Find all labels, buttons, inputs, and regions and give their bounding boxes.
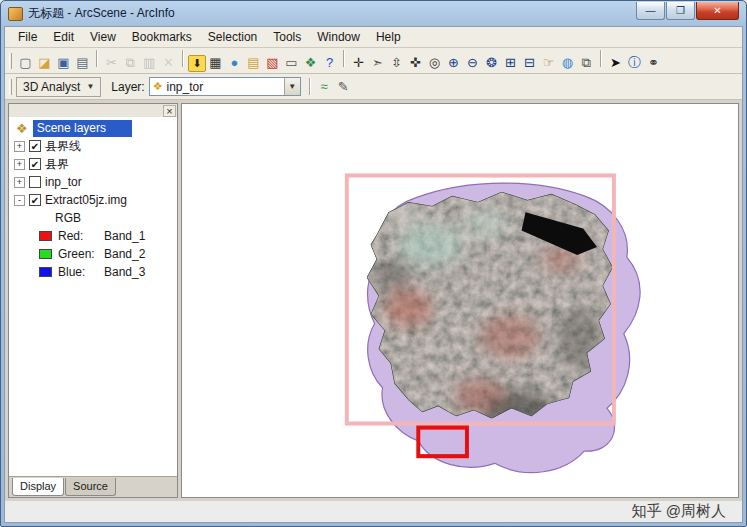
layer-combobox[interactable]: ❖ inp_tor ▼ — [149, 77, 301, 96]
expander-icon[interactable]: + — [14, 177, 25, 188]
toc-tree: ❖ Scene layers +✔县界线+✔县界+inp_tor-✔Extrac… — [9, 117, 177, 476]
zoom-in-out-icon[interactable]: ⇳ — [387, 53, 406, 72]
menu-file[interactable]: File — [11, 28, 44, 46]
main-area: × ❖ Scene layers +✔县界线+✔县界+inp_tor-✔Extr… — [5, 100, 742, 501]
layer-combobox-value: inp_tor — [167, 80, 280, 94]
layer-label[interactable]: 县界线 — [45, 138, 81, 155]
pan-hand-icon[interactable]: ☞ — [539, 53, 558, 72]
band-label: Band_1 — [104, 229, 145, 243]
scene-layers-row[interactable]: ❖ Scene layers — [9, 119, 177, 137]
toolbar-grip[interactable] — [9, 79, 12, 95]
color-swatch — [39, 249, 52, 259]
arctoolbox-icon[interactable]: ▧ — [263, 53, 282, 72]
layer-checkbox[interactable]: ✔ — [29, 194, 41, 206]
menu-bookmarks[interactable]: Bookmarks — [125, 28, 199, 46]
minimize-button[interactable]: — — [636, 2, 665, 20]
zoom-in-icon[interactable]: ⊕ — [444, 53, 463, 72]
layer-label[interactable]: inp_tor — [45, 175, 82, 189]
interpolate-line-icon[interactable]: ✎ — [334, 77, 353, 96]
color-swatch — [39, 231, 52, 241]
chevron-down-icon: ▼ — [86, 82, 94, 91]
zoom-out-icon[interactable]: ⊖ — [463, 53, 482, 72]
close-panel-icon[interactable]: × — [163, 105, 176, 117]
layer-label: Layer: — [111, 80, 144, 94]
create-tin-icon[interactable]: ≈ — [315, 77, 334, 96]
pan-icon[interactable]: ✜ — [406, 53, 425, 72]
navigate-icon[interactable]: ✛ — [349, 53, 368, 72]
toolbar-separator — [96, 50, 98, 67]
scene-layers-icon: ❖ — [16, 121, 28, 136]
channel-label: Red: — [58, 229, 98, 243]
arcmap-icon[interactable]: ● — [225, 53, 244, 72]
scene-properties-icon[interactable]: ▦ — [206, 53, 225, 72]
full-extent-icon[interactable]: ❂ — [482, 53, 501, 72]
3d-analyst-toolbar-icons: ≈✎ — [315, 77, 353, 96]
globe-icon[interactable]: ◍ — [558, 53, 577, 72]
color-swatch — [39, 267, 52, 277]
open-folder-icon[interactable]: ◪ — [35, 53, 54, 72]
window-title: 无标题 - ArcScene - ArcInfo — [28, 5, 631, 22]
layer-row: +inp_tor — [9, 173, 177, 191]
scene-layers-label[interactable]: Scene layers — [33, 120, 132, 137]
legend-channel-row: Blue:Band_3 — [9, 263, 177, 281]
menu-tools[interactable]: Tools — [266, 28, 308, 46]
arcscene-window: 无标题 - ArcScene - ArcInfo — ❐ ✕ FileEditV… — [0, 0, 747, 527]
arccatalog-icon[interactable]: ▤ — [244, 53, 263, 72]
layer-checkbox[interactable] — [29, 176, 41, 188]
center-target-icon[interactable]: ◎ — [425, 53, 444, 72]
menu-help[interactable]: Help — [369, 28, 408, 46]
menu-selection[interactable]: Selection — [201, 28, 264, 46]
layer-label[interactable]: 县界 — [45, 156, 69, 173]
toolbar-grip[interactable] — [9, 53, 12, 69]
delete-icon[interactable]: ✕ — [159, 53, 178, 72]
fixed-zoom-out-icon[interactable]: ⊟ — [520, 53, 539, 72]
toolbar-separator — [600, 50, 602, 67]
layer-checkbox[interactable]: ✔ — [29, 158, 41, 170]
menu-window[interactable]: Window — [310, 28, 367, 46]
identify-icon[interactable]: ⓘ — [625, 53, 644, 72]
viewer-window-icon[interactable]: ⧉ — [577, 53, 596, 72]
standard-toolbar-icons: ▢◪▣▤✂⧉▥✕⬇▦●▤▧▭❖?✛➣⇳✜◎⊕⊖❂⊞⊟☞◍⧉➤ⓘ⚭ — [16, 50, 663, 72]
layer-checkbox[interactable]: ✔ — [29, 140, 41, 152]
add-data-icon[interactable]: ⬇ — [188, 55, 206, 72]
expander-icon[interactable]: + — [14, 159, 25, 170]
menu-view[interactable]: View — [83, 28, 123, 46]
copy-icon[interactable]: ⧉ — [121, 53, 140, 72]
arcscene-app-icon — [8, 7, 23, 21]
combobox-arrow-icon[interactable]: ▼ — [284, 78, 300, 95]
client-area: FileEditViewBookmarksSelectionToolsWindo… — [4, 26, 743, 523]
toc-header-bar: × — [9, 104, 177, 117]
scene-canvas[interactable] — [182, 104, 738, 497]
find-icon[interactable]: ⚭ — [644, 53, 663, 72]
layer-label[interactable]: Extract05jz.img — [45, 193, 127, 207]
3d-analyst-dropdown[interactable]: 3D Analyst ▼ — [16, 77, 101, 97]
layer-row: +✔县界 — [9, 155, 177, 173]
help-icon[interactable]: ? — [320, 53, 339, 72]
toolbar-separator — [309, 78, 311, 95]
watermark-text: 知乎 @周树人 — [632, 502, 726, 521]
layer-icon: ❖ — [153, 80, 163, 93]
fixed-zoom-in-icon[interactable]: ⊞ — [501, 53, 520, 72]
expander-icon[interactable]: - — [14, 195, 25, 206]
band-label: Band_2 — [104, 247, 145, 261]
scene-viewport[interactable] — [181, 103, 739, 498]
tab-display[interactable]: Display — [12, 478, 64, 496]
command-window-icon[interactable]: ▭ — [282, 53, 301, 72]
model-builder-icon[interactable]: ❖ — [301, 53, 320, 72]
maximize-button[interactable]: ❐ — [666, 2, 695, 20]
expander-icon[interactable]: + — [14, 141, 25, 152]
new-document-icon[interactable]: ▢ — [16, 53, 35, 72]
select-arrow-icon[interactable]: ➤ — [606, 53, 625, 72]
standard-toolbar: ▢◪▣▤✂⧉▥✕⬇▦●▤▧▭❖?✛➣⇳✜◎⊕⊖❂⊞⊟☞◍⧉➤ⓘ⚭ — [5, 48, 742, 74]
print-icon[interactable]: ▤ — [73, 53, 92, 72]
close-button[interactable]: ✕ — [696, 2, 739, 20]
cut-icon[interactable]: ✂ — [102, 53, 121, 72]
menu-edit[interactable]: Edit — [46, 28, 81, 46]
legend-mode-label: RGB — [55, 211, 81, 225]
title-bar[interactable]: 无标题 - ArcScene - ArcInfo — ❐ ✕ — [4, 1, 743, 26]
legend-mode-row: RGB — [9, 209, 177, 227]
fly-icon[interactable]: ➣ — [368, 53, 387, 72]
save-icon[interactable]: ▣ — [54, 53, 73, 72]
paste-icon[interactable]: ▥ — [140, 53, 159, 72]
tab-source[interactable]: Source — [65, 478, 116, 496]
